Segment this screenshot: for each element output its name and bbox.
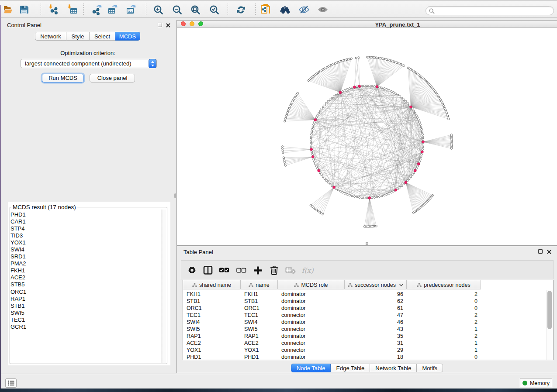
export-image-icon[interactable] bbox=[125, 3, 137, 16]
float-table-panel-icon[interactable] bbox=[538, 249, 543, 254]
cell: YOX1 bbox=[241, 347, 278, 354]
column-header-name[interactable]: name bbox=[241, 280, 278, 289]
cell: SWI5 bbox=[183, 326, 241, 333]
vertical-splitter-handle[interactable] bbox=[174, 193, 176, 198]
mcds-result-item[interactable]: STB5 bbox=[10, 281, 164, 288]
clone-network-icon[interactable] bbox=[259, 3, 272, 16]
tab-select[interactable]: Select bbox=[90, 32, 115, 41]
minimize-window-icon[interactable] bbox=[190, 21, 194, 26]
table-row-ORC1[interactable]: ORC1ORC1dominator610 bbox=[183, 305, 547, 312]
table-row-FKH1[interactable]: FKH1FKH1dominator962 bbox=[183, 291, 547, 298]
zoom-selected-icon[interactable] bbox=[208, 3, 220, 16]
mcds-result-item[interactable]: TEC1 bbox=[10, 316, 164, 323]
desktop-wallpaper-sliver bbox=[0, 5, 1, 389]
maximize-window-icon[interactable] bbox=[198, 21, 203, 26]
table-row-PHD1[interactable]: PHD1PHD1dominator180 bbox=[183, 354, 547, 361]
table-row-SWI4[interactable]: SWI4SWI4dominator462 bbox=[183, 319, 547, 326]
table-row-STB1[interactable]: STB1STB1dominator620 bbox=[183, 298, 547, 305]
close-table-panel-icon[interactable] bbox=[547, 249, 551, 254]
column-header-successor-nodes[interactable]: successor nodes bbox=[345, 280, 407, 289]
add-icon[interactable] bbox=[251, 264, 264, 277]
table-settings-icon[interactable] bbox=[185, 264, 198, 277]
criterion-select[interactable]: largest connected component (undirected) bbox=[21, 59, 157, 68]
table-row-TEC1[interactable]: TEC1TEC1connector472 bbox=[183, 312, 547, 319]
delete-icon[interactable] bbox=[267, 264, 280, 277]
mcds-result-item[interactable]: GCR1 bbox=[10, 323, 164, 330]
mcds-result-item[interactable]: SWI4 bbox=[10, 246, 164, 253]
table-scrollbar-thumb[interactable] bbox=[547, 291, 552, 329]
mcds-result-item[interactable]: SWI5 bbox=[10, 309, 164, 316]
close-panel-icon[interactable] bbox=[166, 23, 170, 28]
select-all-icon[interactable] bbox=[218, 264, 231, 277]
run-mcds-button[interactable]: Run MCDS bbox=[42, 74, 84, 83]
search-icon bbox=[429, 8, 435, 14]
zoom-fit-icon[interactable] bbox=[189, 3, 201, 16]
horizontal-splitter-handle[interactable] bbox=[366, 242, 368, 245]
column-header-predecessor-nodes[interactable]: predecessor nodes bbox=[407, 280, 481, 289]
tab-node-table[interactable]: Node Table bbox=[291, 364, 331, 372]
network-canvas[interactable] bbox=[177, 28, 557, 245]
mcds-result-item[interactable]: ORC1 bbox=[10, 289, 164, 296]
mcds-result-item[interactable]: PMA2 bbox=[10, 260, 164, 267]
table-row-YOX1[interactable]: YOX1YOX1connector291 bbox=[183, 347, 547, 354]
mcds-result-item[interactable]: STB1 bbox=[10, 303, 164, 309]
float-panel-icon[interactable] bbox=[158, 23, 162, 27]
export-network-icon[interactable] bbox=[90, 3, 103, 16]
cell: 2 bbox=[407, 333, 481, 340]
cell: connector bbox=[278, 347, 345, 354]
show-columns-icon[interactable] bbox=[201, 264, 214, 277]
mcds-result-item[interactable]: PHD1 bbox=[10, 211, 164, 218]
mcds-result-item[interactable]: RAP1 bbox=[10, 296, 164, 303]
close-window-icon[interactable] bbox=[181, 21, 186, 26]
mcds-result-item[interactable]: TID3 bbox=[10, 232, 164, 239]
refresh-layout-icon[interactable] bbox=[235, 3, 247, 16]
table-row-RAP1[interactable]: RAP1RAP1dominator352 bbox=[183, 333, 547, 340]
show-all-icon[interactable] bbox=[317, 3, 329, 16]
mcds-result-item[interactable]: CAR1 bbox=[10, 218, 164, 225]
table-scrollbar[interactable] bbox=[546, 290, 553, 360]
mcds-result-item[interactable]: FKH1 bbox=[10, 267, 164, 274]
tab-mcds[interactable]: MCDS bbox=[115, 32, 140, 41]
criterion-selected-value: largest connected component (undirected) bbox=[25, 60, 131, 67]
import-network-icon[interactable] bbox=[47, 3, 59, 16]
column-type-icon bbox=[192, 283, 197, 287]
tab-style[interactable]: Style bbox=[66, 32, 90, 41]
hide-selected-icon[interactable] bbox=[298, 3, 310, 16]
zoom-out-icon[interactable] bbox=[171, 3, 183, 16]
column-header-MCDS-role[interactable]: MCDS role bbox=[278, 280, 345, 289]
mcds-result-list[interactable]: PHD1CAR1STP4TID3YOX1SWI4SRD1PMA2FKH1ACE2… bbox=[10, 211, 164, 330]
task-history-button[interactable] bbox=[5, 378, 17, 388]
export-table-icon[interactable] bbox=[107, 3, 119, 16]
mcds-result-item[interactable]: ACE2 bbox=[10, 274, 164, 281]
memory-button[interactable]: Memory bbox=[520, 378, 552, 388]
import-table-icon[interactable] bbox=[66, 3, 78, 16]
cell: 96 bbox=[345, 291, 407, 298]
tab-network[interactable]: Network bbox=[35, 32, 66, 41]
column-header-shared-name[interactable]: shared name bbox=[183, 280, 241, 289]
tab-network-table[interactable]: Network Table bbox=[370, 364, 417, 372]
table-row-SWI5[interactable]: SWI5SWI5connector431 bbox=[183, 326, 547, 333]
mcds-result-legend: MCDS result (17 nodes) bbox=[11, 204, 77, 210]
cell: 0 bbox=[407, 305, 481, 312]
mcds-result-item[interactable]: SRD1 bbox=[10, 253, 164, 260]
deselect-all-icon[interactable] bbox=[235, 264, 248, 277]
close-panel-button[interactable]: Close panel bbox=[90, 74, 135, 83]
cell: 46 bbox=[345, 319, 407, 326]
cell: 47 bbox=[345, 312, 407, 319]
table-row-ACE2[interactable]: ACE2ACE2connector311 bbox=[183, 340, 547, 347]
save-session-icon[interactable] bbox=[18, 3, 30, 16]
cell: RAP1 bbox=[183, 333, 241, 340]
open-file-icon[interactable] bbox=[2, 3, 14, 16]
cell: STB1 bbox=[241, 298, 278, 305]
cell: dominator bbox=[278, 354, 345, 361]
cell: RAP1 bbox=[241, 333, 278, 340]
tab-motifs[interactable]: Motifs bbox=[417, 364, 443, 372]
zoom-in-icon[interactable] bbox=[152, 3, 164, 16]
mcds-result-item[interactable]: STP4 bbox=[10, 225, 164, 232]
search-input[interactable] bbox=[426, 6, 554, 15]
mcds-result-item[interactable]: YOX1 bbox=[10, 239, 164, 246]
mcds-result-scrollbar[interactable] bbox=[161, 210, 166, 363]
tab-edge-table[interactable]: Edge Table bbox=[331, 364, 370, 372]
cell: 29 bbox=[345, 347, 407, 354]
find-icon[interactable] bbox=[279, 3, 291, 16]
